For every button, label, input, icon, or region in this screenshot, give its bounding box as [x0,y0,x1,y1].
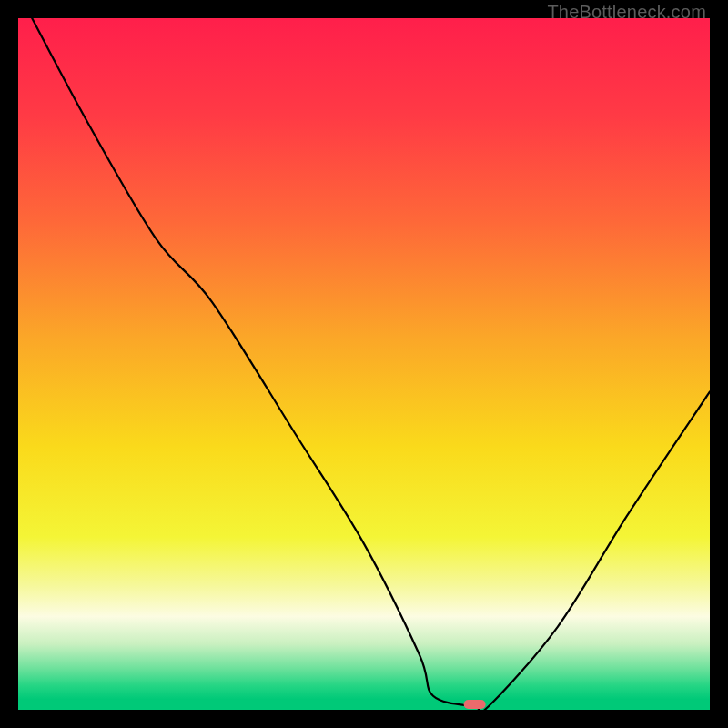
chart-background [18,18,710,710]
bottleneck-marker [464,700,486,709]
chart-frame [18,18,710,710]
bottleneck-chart [18,18,710,710]
watermark-text: TheBottleneck.com [547,2,706,23]
